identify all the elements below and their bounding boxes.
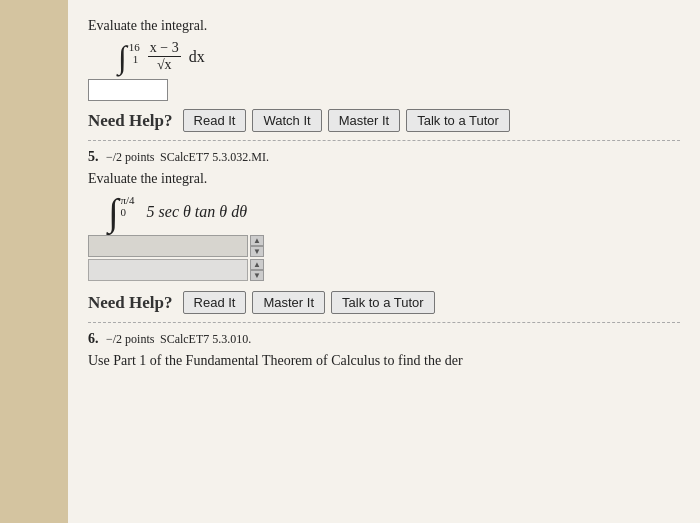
section6-area: 6. −/2 points SCalcET7 5.3.010. Use Part… xyxy=(88,331,680,369)
section4-area: Evaluate the integral. ∫ 16 1 x − 3 √x d… xyxy=(88,18,680,101)
need-help-label-2: Need Help? xyxy=(88,293,173,313)
integral-upper-5: π/4 xyxy=(120,194,134,206)
need-help-bar-1: Need Help? Read It Watch It Master It Ta… xyxy=(88,109,680,132)
talk-to-tutor-button-2[interactable]: Talk to a Tutor xyxy=(331,291,435,314)
problem-text-4: Evaluate the integral. xyxy=(88,18,680,34)
integral-fraction-4: x − 3 √x xyxy=(148,40,181,73)
answer-area-5: ▲ ▼ ▲ ▼ xyxy=(88,235,288,281)
section6-text: Use Part 1 of the Fundamental Theorem of… xyxy=(88,353,680,369)
integral-5: ∫ π/4 0 5 sec θ tan θ dθ xyxy=(108,193,680,231)
answer-row-1: ▲ ▼ xyxy=(88,235,288,257)
section6-course: SCalcET7 5.3.010. xyxy=(160,332,251,346)
section6-points: −/2 points xyxy=(106,332,154,346)
watch-it-button-1[interactable]: Watch It xyxy=(252,109,321,132)
section6-header: 6. −/2 points SCalcET7 5.3.010. xyxy=(88,331,680,347)
section5-number: 5. xyxy=(88,149,99,164)
read-it-button-2[interactable]: Read It xyxy=(183,291,247,314)
integral-expr-5: 5 sec θ tan θ dθ xyxy=(147,203,247,221)
section5-header: 5. −/2 points SCalcET7 5.3.032.MI. xyxy=(88,149,680,165)
fraction-denominator: √x xyxy=(155,57,174,73)
answer-input-bottom[interactable] xyxy=(88,259,248,281)
problem-text-5: Evaluate the integral. xyxy=(88,171,680,187)
talk-to-tutor-button-1[interactable]: Talk to a Tutor xyxy=(406,109,510,132)
divider-2 xyxy=(88,322,680,323)
fraction-numerator: x − 3 xyxy=(148,40,181,57)
answer-row-2: ▲ ▼ xyxy=(88,259,288,281)
left-strip xyxy=(0,0,68,523)
answer-input-top[interactable] xyxy=(88,235,248,257)
integral-lower-5: 0 xyxy=(120,206,126,218)
scroll-down-2[interactable]: ▼ xyxy=(250,270,264,281)
integral-dx: dx xyxy=(189,48,205,66)
need-help-label-1: Need Help? xyxy=(88,111,173,131)
master-it-button-2[interactable]: Master It xyxy=(252,291,325,314)
page: Evaluate the integral. ∫ 16 1 x − 3 √x d… xyxy=(68,0,700,523)
section6-number: 6. xyxy=(88,331,99,346)
integral-upper-4: 16 xyxy=(129,41,140,53)
scroll-down-1[interactable]: ▼ xyxy=(250,246,264,257)
scroll-up-1[interactable]: ▲ xyxy=(250,235,264,246)
read-it-button-1[interactable]: Read It xyxy=(183,109,247,132)
integral-lower-4: 1 xyxy=(133,53,139,65)
integral-4: ∫ 16 1 x − 3 √x dx xyxy=(118,40,680,73)
scroll-up-2[interactable]: ▲ xyxy=(250,259,264,270)
master-it-button-1[interactable]: Master It xyxy=(328,109,401,132)
need-help-bar-2: Need Help? Read It Master It Talk to a T… xyxy=(88,291,680,314)
scroll-arrows-bottom: ▲ ▼ xyxy=(250,259,264,281)
section5-points: −/2 points xyxy=(106,150,154,164)
integral-symbol-5: ∫ xyxy=(108,193,118,231)
section5-area: 5. −/2 points SCalcET7 5.3.032.MI. Evalu… xyxy=(88,149,680,281)
section5-course: SCalcET7 5.3.032.MI. xyxy=(160,150,269,164)
integral-limits-5: π/4 0 xyxy=(120,194,134,218)
answer-box-4[interactable] xyxy=(88,79,168,101)
integral-symbol-4: ∫ xyxy=(118,41,127,73)
scroll-arrows-top: ▲ ▼ xyxy=(250,235,264,257)
integral-limits-4: 16 1 xyxy=(133,41,140,65)
divider-1 xyxy=(88,140,680,141)
